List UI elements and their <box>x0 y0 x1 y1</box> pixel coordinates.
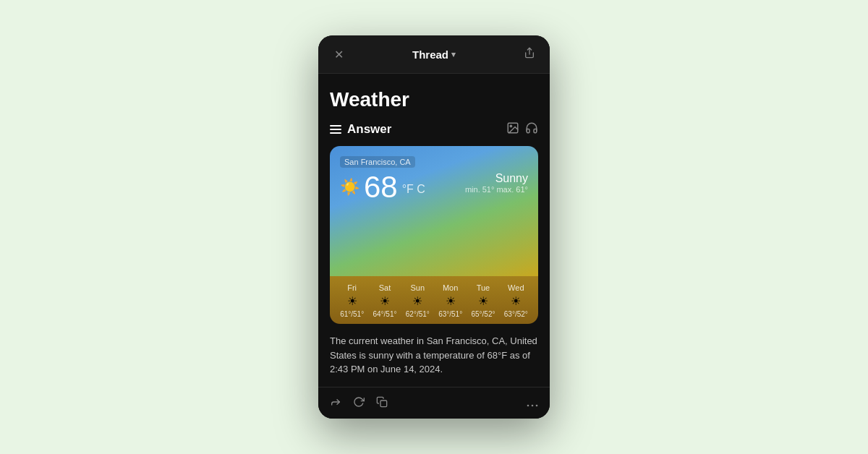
forecast-temps: 63°/52° <box>504 310 528 318</box>
forecast-sun-icon: ☀ <box>380 294 390 308</box>
header-bar: ✕ Thread ▾ <box>318 35 550 74</box>
forecast-temps: 62°/51° <box>406 310 430 318</box>
header-title: Thread ▾ <box>412 48 456 61</box>
weather-condition: Sunny min. 51° max. 61° <box>465 172 528 194</box>
svg-rect-3 <box>380 401 387 407</box>
forecast-day-name: Sat <box>379 283 391 292</box>
forecast-sun-icon: ☀ <box>511 294 521 308</box>
forecast-temps: 61°/51° <box>340 310 364 318</box>
weather-location: San Francisco, CA <box>340 156 415 168</box>
svg-point-2 <box>510 126 511 127</box>
share-button[interactable] <box>521 46 538 63</box>
forecast-row: Fri ☀ 61°/51° Sat ☀ 64°/51° Sun ☀ 62°/51… <box>330 276 538 324</box>
forecast-sun-icon: ☀ <box>478 294 488 308</box>
section-header: Answer <box>330 121 538 137</box>
weather-main-row: ☀️ 68 °F C Sunny min. 51° max. 61° <box>340 172 528 202</box>
forecast-sun-icon: ☀ <box>412 294 422 308</box>
svg-point-6 <box>536 404 538 406</box>
share-icon <box>524 47 535 61</box>
condition-name: Sunny <box>465 172 528 185</box>
forecast-day: Sun ☀ 62°/51° <box>406 283 430 318</box>
description-text: The current weather in San Francisco, CA… <box>330 334 538 387</box>
weather-card: San Francisco, CA ☀️ 68 °F C Sunny min. … <box>330 146 538 324</box>
forecast-day: Tue ☀ 65°/52° <box>471 283 495 318</box>
temperature-unit: °F C <box>402 183 425 196</box>
headphones-icon[interactable] <box>525 121 538 137</box>
thread-label: Thread <box>412 48 448 61</box>
section-actions <box>506 121 538 137</box>
copy-button[interactable] <box>376 396 388 410</box>
forecast-temps: 63°/51° <box>438 310 462 318</box>
forecast-day: Wed ☀ 63°/52° <box>504 283 528 318</box>
condition-range: min. 51° max. 61° <box>465 185 528 194</box>
forecast-day-name: Wed <box>508 283 524 292</box>
menu-icon <box>330 125 341 134</box>
sun-icon: ☀️ <box>340 178 359 197</box>
more-button[interactable] <box>527 397 538 409</box>
image-icon[interactable] <box>506 121 519 137</box>
temperature-group: ☀️ 68 °F C <box>340 172 425 202</box>
section-label: Answer <box>330 122 391 137</box>
forecast-temps: 65°/52° <box>471 310 495 318</box>
forecast-day: Sat ☀ 64°/51° <box>373 283 396 318</box>
forecast-day: Mon ☀ 63°/51° <box>438 283 462 318</box>
answer-label: Answer <box>347 122 391 137</box>
weather-top: San Francisco, CA ☀️ 68 °F C Sunny min. … <box>330 146 538 276</box>
forecast-day: Fri ☀ 61°/51° <box>340 283 364 318</box>
temperature-value: 68 <box>364 172 398 202</box>
refresh-button[interactable] <box>353 396 365 410</box>
forward-button[interactable] <box>330 396 341 410</box>
forecast-day-name: Tue <box>477 283 490 292</box>
forecast-day-name: Fri <box>347 283 357 292</box>
phone-card: ✕ Thread ▾ Weather Answer <box>318 35 550 419</box>
close-icon: ✕ <box>334 48 344 61</box>
bottom-toolbar <box>318 387 550 419</box>
toolbar-left <box>330 396 388 410</box>
forecast-day-name: Mon <box>443 283 458 292</box>
forecast-day-name: Sun <box>411 283 425 292</box>
page-title: Weather <box>330 88 538 111</box>
forecast-sun-icon: ☀ <box>347 294 357 308</box>
forecast-temps: 64°/51° <box>373 310 396 318</box>
forecast-sun-icon: ☀ <box>446 294 456 308</box>
close-button[interactable]: ✕ <box>330 46 347 63</box>
content-area: Weather Answer <box>318 74 550 387</box>
svg-point-4 <box>527 404 529 406</box>
svg-point-5 <box>532 404 534 406</box>
chevron-down-icon[interactable]: ▾ <box>451 50 456 59</box>
